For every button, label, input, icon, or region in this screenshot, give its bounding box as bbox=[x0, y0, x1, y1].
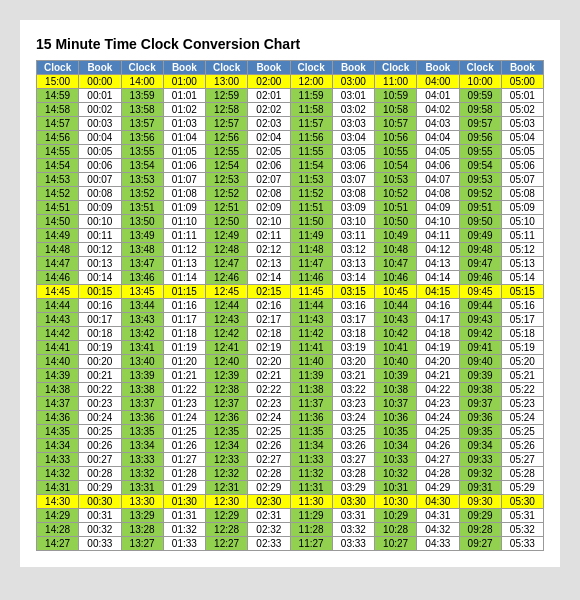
book-cell: 02:05 bbox=[248, 145, 290, 159]
book-cell: 01:33 bbox=[163, 537, 205, 551]
clock-cell: 13:30 bbox=[121, 495, 163, 509]
clock-cell: 10:40 bbox=[375, 355, 417, 369]
book-cell: 03:01 bbox=[332, 89, 374, 103]
table-row: 14:2900:3113:2901:3112:2902:3111:2903:31… bbox=[37, 509, 544, 523]
clock-cell: 10:59 bbox=[375, 89, 417, 103]
book-cell: 01:01 bbox=[163, 89, 205, 103]
table-row: 14:5100:0913:5101:0912:5102:0911:5103:09… bbox=[37, 201, 544, 215]
clock-cell: 13:38 bbox=[121, 383, 163, 397]
book-cell: 00:22 bbox=[79, 383, 121, 397]
book-cell: 01:03 bbox=[163, 117, 205, 131]
book-cell: 04:04 bbox=[417, 131, 459, 145]
book-cell: 02:16 bbox=[248, 299, 290, 313]
clock-cell: 10:28 bbox=[375, 523, 417, 537]
book-cell: 04:12 bbox=[417, 243, 459, 257]
book-cell: 03:12 bbox=[332, 243, 374, 257]
clock-cell: 10:43 bbox=[375, 313, 417, 327]
clock-cell: 12:27 bbox=[206, 537, 248, 551]
clock-cell: 13:56 bbox=[121, 131, 163, 145]
clock-cell: 13:45 bbox=[121, 285, 163, 299]
book-cell: 02:31 bbox=[248, 509, 290, 523]
clock-cell: 12:39 bbox=[206, 369, 248, 383]
clock-cell: 11:46 bbox=[290, 271, 332, 285]
clock-cell: 14:45 bbox=[37, 285, 79, 299]
table-row: 14:3900:2113:3901:2112:3902:2111:3903:21… bbox=[37, 369, 544, 383]
clock-cell: 13:59 bbox=[121, 89, 163, 103]
book-cell: 04:16 bbox=[417, 299, 459, 313]
table-row: 14:2700:3313:2701:3312:2702:3311:2703:33… bbox=[37, 537, 544, 551]
book-cell: 04:24 bbox=[417, 411, 459, 425]
clock-cell: 12:54 bbox=[206, 159, 248, 173]
book-cell: 00:18 bbox=[79, 327, 121, 341]
book-cell: 02:11 bbox=[248, 229, 290, 243]
book-cell: 00:13 bbox=[79, 257, 121, 271]
clock-cell: 14:34 bbox=[37, 439, 79, 453]
book-cell: 03:16 bbox=[332, 299, 374, 313]
clock-cell: 13:34 bbox=[121, 439, 163, 453]
table-row: 14:5300:0713:5301:0712:5302:0711:5303:07… bbox=[37, 173, 544, 187]
clock-cell: 09:44 bbox=[459, 299, 501, 313]
book-cell: 00:29 bbox=[79, 481, 121, 495]
clock-cell: 14:55 bbox=[37, 145, 79, 159]
book-cell: 05:04 bbox=[501, 131, 543, 145]
clock-cell: 14:58 bbox=[37, 103, 79, 117]
book-cell: 02:27 bbox=[248, 453, 290, 467]
clock-cell: 12:38 bbox=[206, 383, 248, 397]
clock-cell: 13:00 bbox=[206, 75, 248, 89]
clock-cell: 13:39 bbox=[121, 369, 163, 383]
clock-cell: 10:29 bbox=[375, 509, 417, 523]
book-cell: 05:03 bbox=[501, 117, 543, 131]
clock-cell: 11:34 bbox=[290, 439, 332, 453]
book-cell: 05:32 bbox=[501, 523, 543, 537]
book-cell: 05:17 bbox=[501, 313, 543, 327]
clock-cell: 13:50 bbox=[121, 215, 163, 229]
clock-cell: 11:35 bbox=[290, 425, 332, 439]
book-cell: 02:15 bbox=[248, 285, 290, 299]
clock-cell: 13:49 bbox=[121, 229, 163, 243]
clock-cell: 12:00 bbox=[290, 75, 332, 89]
clock-cell: 15:00 bbox=[37, 75, 79, 89]
clock-cell: 14:46 bbox=[37, 271, 79, 285]
clock-cell: 12:33 bbox=[206, 453, 248, 467]
book-cell: 02:10 bbox=[248, 215, 290, 229]
clock-cell: 13:54 bbox=[121, 159, 163, 173]
book-cell: 02:23 bbox=[248, 397, 290, 411]
clock-cell: 11:38 bbox=[290, 383, 332, 397]
clock-cell: 10:00 bbox=[459, 75, 501, 89]
clock-cell: 09:30 bbox=[459, 495, 501, 509]
book-cell: 05:10 bbox=[501, 215, 543, 229]
clock-cell: 11:00 bbox=[375, 75, 417, 89]
clock-cell: 14:00 bbox=[121, 75, 163, 89]
clock-cell: 12:30 bbox=[206, 495, 248, 509]
book-cell: 02:29 bbox=[248, 481, 290, 495]
book-cell: 03:23 bbox=[332, 397, 374, 411]
table-row: 14:2800:3213:2801:3212:2802:3211:2803:32… bbox=[37, 523, 544, 537]
book-cell: 01:26 bbox=[163, 439, 205, 453]
book-cell: 01:05 bbox=[163, 145, 205, 159]
book-cell: 03:31 bbox=[332, 509, 374, 523]
book-cell: 00:20 bbox=[79, 355, 121, 369]
book-cell: 04:07 bbox=[417, 173, 459, 187]
book-cell: 02:03 bbox=[248, 117, 290, 131]
clock-cell: 14:27 bbox=[37, 537, 79, 551]
clock-cell: 11:55 bbox=[290, 145, 332, 159]
clock-cell: 14:54 bbox=[37, 159, 79, 173]
clock-cell: 13:48 bbox=[121, 243, 163, 257]
book-cell: 05:12 bbox=[501, 243, 543, 257]
table-row: 14:4900:1113:4901:1112:4902:1111:4903:11… bbox=[37, 229, 544, 243]
book-cell: 00:33 bbox=[79, 537, 121, 551]
table-row: 14:5200:0813:5201:0812:5202:0811:5203:08… bbox=[37, 187, 544, 201]
book-cell: 05:05 bbox=[501, 145, 543, 159]
clock-cell: 10:35 bbox=[375, 425, 417, 439]
book-cell: 04:14 bbox=[417, 271, 459, 285]
book-cell: 03:22 bbox=[332, 383, 374, 397]
book-cell: 04:28 bbox=[417, 467, 459, 481]
clock-cell: 12:29 bbox=[206, 509, 248, 523]
clock-cell: 10:45 bbox=[375, 285, 417, 299]
book-cell: 02:20 bbox=[248, 355, 290, 369]
col-clock-2: Clock bbox=[121, 61, 163, 75]
clock-cell: 12:41 bbox=[206, 341, 248, 355]
book-cell: 00:14 bbox=[79, 271, 121, 285]
clock-cell: 10:38 bbox=[375, 383, 417, 397]
book-cell: 00:23 bbox=[79, 397, 121, 411]
